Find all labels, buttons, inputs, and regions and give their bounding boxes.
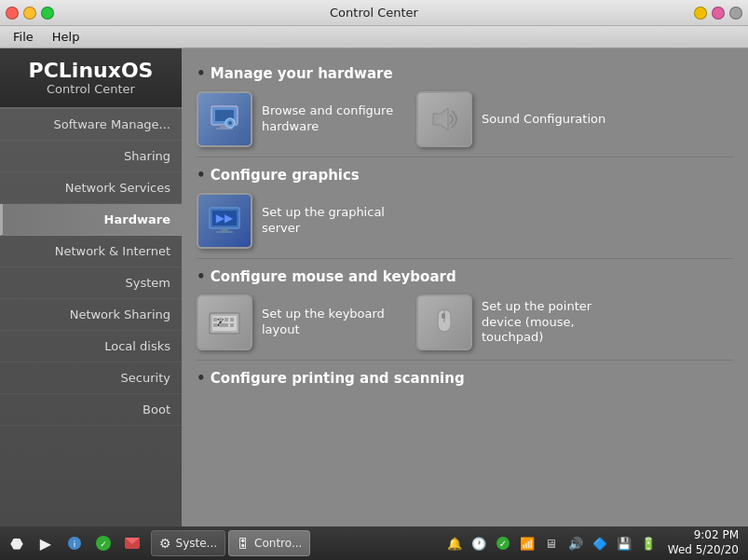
menu-file[interactable]: File bbox=[4, 28, 43, 46]
clock-time: 9:02 PM bbox=[668, 528, 739, 543]
tray-display-icon[interactable]: 🖥 bbox=[541, 533, 562, 553]
taskbar-icon-4[interactable]: ✓ bbox=[90, 530, 116, 556]
sidebar-item-system[interactable]: System bbox=[0, 267, 182, 299]
svg-rect-17 bbox=[224, 318, 228, 321]
svg-marker-6 bbox=[433, 108, 448, 130]
svg-rect-19 bbox=[213, 323, 217, 327]
svg-rect-18 bbox=[230, 318, 234, 321]
svg-rect-15 bbox=[213, 318, 217, 321]
taskbar-icon-5[interactable] bbox=[119, 530, 145, 556]
svg-rect-16 bbox=[219, 318, 223, 321]
minimize-button[interactable] bbox=[23, 7, 36, 20]
mouse-setup-item[interactable]: Set up the pointerdevice (mouse,touchpad… bbox=[416, 294, 621, 350]
section-header-mouse-keyboard: Configure mouse and keyboard bbox=[197, 268, 733, 285]
sidebar-item-security[interactable]: Security bbox=[0, 362, 182, 394]
taskbar-apps: ⚙ Syste... 🎛 Contro... bbox=[151, 530, 442, 556]
system-app-icon: ⚙ bbox=[159, 536, 171, 551]
titlebar: Control Center bbox=[0, 0, 748, 26]
taskbar-left: ⬣ ▶ i ✓ bbox=[4, 530, 145, 556]
menu-help[interactable]: Help bbox=[43, 28, 89, 46]
control-app-icon: 🎛 bbox=[237, 536, 250, 551]
svg-rect-11 bbox=[216, 231, 233, 233]
taskbar-icon-1[interactable]: ⬣ bbox=[4, 530, 30, 556]
svg-rect-20 bbox=[219, 323, 228, 327]
right-btn-3[interactable] bbox=[729, 7, 742, 20]
browse-hardware-item[interactable]: Browse and configurehardware bbox=[197, 91, 401, 147]
divider-1 bbox=[197, 157, 733, 157]
taskbar-app-control[interactable]: 🎛 Contro... bbox=[228, 530, 310, 556]
window-title: Control Center bbox=[330, 6, 418, 20]
right-btn-1[interactable] bbox=[694, 7, 707, 20]
main-container: PCLinuxOS Control Center Software Manage… bbox=[0, 48, 748, 526]
sidebar-item-hardware[interactable]: Hardware bbox=[0, 204, 182, 236]
taskbar-app-system[interactable]: ⚙ Syste... bbox=[151, 530, 225, 556]
close-button[interactable] bbox=[6, 7, 19, 20]
app-subtitle: Control Center bbox=[7, 82, 174, 96]
sidebar-item-sharing[interactable]: Sharing bbox=[0, 141, 182, 172]
section-header-hardware: Manage your hardware bbox=[197, 65, 733, 82]
sidebar-item-network-internet[interactable]: Network & Internet bbox=[0, 236, 182, 267]
hardware-items: Browse and configurehardware Sound Confi… bbox=[197, 91, 733, 147]
sidebar-item-network-sharing[interactable]: Network Sharing bbox=[0, 299, 182, 331]
sound-config-item[interactable]: Sound Configuration bbox=[416, 91, 621, 147]
browse-hardware-label: Browse and configurehardware bbox=[262, 103, 393, 135]
sidebar-logo: PCLinuxOS Control Center bbox=[0, 48, 182, 109]
mouse-keyboard-items: Z Set up the keyboardlayout bbox=[197, 294, 733, 350]
window-controls[interactable] bbox=[6, 7, 54, 20]
svg-text:▶▶: ▶▶ bbox=[216, 212, 234, 225]
sound-config-icon bbox=[416, 91, 472, 147]
sound-config-label: Sound Configuration bbox=[482, 112, 605, 128]
app-name: PCLinuxOS bbox=[7, 60, 174, 82]
control-app-label: Contro... bbox=[254, 537, 302, 550]
system-app-label: Syste... bbox=[176, 537, 218, 550]
sidebar-item-boot[interactable]: Boot bbox=[0, 394, 182, 426]
tray-network-icon[interactable]: 📶 bbox=[517, 533, 537, 553]
window-controls-right[interactable] bbox=[694, 7, 742, 20]
tray-volume-icon[interactable]: 🔊 bbox=[565, 533, 586, 553]
mouse-setup-label: Set up the pointerdevice (mouse,touchpad… bbox=[482, 299, 592, 347]
divider-3 bbox=[197, 360, 733, 361]
tray-check-icon[interactable]: ✓ bbox=[493, 533, 513, 553]
svg-point-5 bbox=[228, 121, 232, 125]
taskbar-icon-2[interactable]: ▶ bbox=[33, 530, 59, 556]
maximize-button[interactable] bbox=[41, 7, 54, 20]
tray-drive-icon[interactable]: 💾 bbox=[614, 533, 634, 553]
keyboard-layout-label: Set up the keyboardlayout bbox=[262, 307, 385, 338]
svg-rect-24 bbox=[442, 313, 445, 319]
sidebar-item-software[interactable]: Software Manage... bbox=[0, 109, 182, 141]
browse-hardware-icon bbox=[197, 91, 252, 147]
tray-bell-icon[interactable]: 🔔 bbox=[444, 533, 465, 553]
tray-battery-icon[interactable]: 🔋 bbox=[638, 533, 659, 553]
section-header-printing: Configure printing and scanning bbox=[197, 370, 733, 387]
keyboard-layout-item[interactable]: Z Set up the keyboardlayout bbox=[197, 294, 401, 350]
content-area: Manage your hardware Browse and configur… bbox=[182, 48, 748, 526]
keyboard-layout-icon: Z bbox=[197, 294, 252, 350]
sidebar-item-local-disks[interactable]: Local disks bbox=[0, 331, 182, 362]
divider-2 bbox=[197, 258, 733, 259]
taskbar-icon-3[interactable]: i bbox=[61, 530, 88, 556]
right-btn-2[interactable] bbox=[712, 7, 725, 20]
svg-rect-10 bbox=[221, 228, 228, 231]
sidebar-nav: Software Manage... Sharing Network Servi… bbox=[0, 109, 182, 526]
sidebar-item-network-services[interactable]: Network Services bbox=[0, 172, 182, 204]
tray-bluetooth-icon[interactable]: 🔷 bbox=[590, 533, 610, 553]
sidebar: PCLinuxOS Control Center Software Manage… bbox=[0, 48, 182, 526]
clock-date: Wed 5/20/20 bbox=[668, 543, 739, 558]
graphics-items: ▶▶ Set up the graphicalserver bbox=[197, 193, 733, 249]
svg-rect-21 bbox=[230, 323, 234, 327]
svg-text:✓: ✓ bbox=[100, 540, 107, 549]
svg-text:i: i bbox=[74, 540, 76, 549]
graphical-server-item[interactable]: ▶▶ Set up the graphicalserver bbox=[197, 193, 401, 249]
graphical-server-icon: ▶▶ bbox=[197, 193, 252, 249]
mouse-setup-icon bbox=[416, 294, 472, 350]
menubar: File Help bbox=[0, 26, 748, 48]
svg-text:✓: ✓ bbox=[499, 539, 507, 549]
taskbar: ⬣ ▶ i ✓ ⚙ Syste... 🎛 Contro... 🔔 🕐 ✓ 📶 🖥… bbox=[0, 526, 748, 560]
section-header-graphics: Configure graphics bbox=[197, 167, 733, 184]
graphical-server-label: Set up the graphicalserver bbox=[262, 205, 385, 237]
tray-clock-icon[interactable]: 🕐 bbox=[469, 533, 489, 553]
taskbar-right: 🔔 🕐 ✓ 📶 🖥 🔊 🔷 💾 🔋 9:02 PM Wed 5/20/20 bbox=[444, 528, 744, 557]
clock: 9:02 PM Wed 5/20/20 bbox=[662, 528, 744, 557]
